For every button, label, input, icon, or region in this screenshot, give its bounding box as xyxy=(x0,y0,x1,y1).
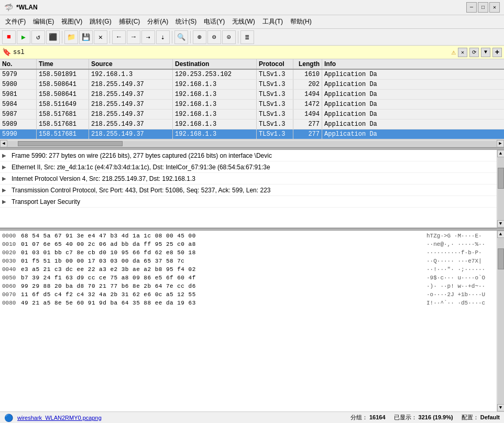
zoom-out-btn[interactable]: ⊖ xyxy=(207,30,221,44)
filter-apply-btn[interactable]: ⟳ xyxy=(469,48,479,57)
filter-add-btn[interactable]: + xyxy=(492,48,502,57)
fwd-btn[interactable]: → xyxy=(127,30,140,44)
minimize-button[interactable]: ─ xyxy=(466,2,477,13)
title-controls: ─ □ ✕ xyxy=(466,2,500,13)
list-item: 0040 e3 a5 21 c3 dc ee 22 a3 e2 3b ae a2… xyxy=(2,265,495,274)
cell-src: 218.255.149.37 xyxy=(89,90,173,99)
cell-no: 5987 xyxy=(0,110,37,119)
menu-item-y[interactable]: 电话(Y) xyxy=(201,16,228,27)
status-file[interactable]: wireshark_WLAN2RMY0.pcapng xyxy=(17,415,102,421)
sep4 xyxy=(190,31,191,44)
hex-bytes: 01 07 6e 65 40 00 2c 06 ad bb da ff 95 2… xyxy=(21,240,421,248)
expand-icon: ▶ xyxy=(2,153,9,158)
cell-src: 218.255.149.37 xyxy=(89,110,173,119)
cell-no: 5984 xyxy=(0,100,37,109)
detail-row[interactable]: ▶Transmission Control Protocol, Src Port… xyxy=(0,185,497,196)
cell-time: 158.517681 xyxy=(37,120,89,129)
goto-packet-btn[interactable]: ⇢ xyxy=(141,30,155,44)
detail-row[interactable]: ▶Internet Protocol Version 4, Src: 218.2… xyxy=(0,173,497,185)
hex-vscroll-down[interactable]: ▼ xyxy=(497,404,505,411)
list-item: 0080 49 21 a5 8e 5e 60 91 9d ba 64 35 88… xyxy=(2,299,495,307)
detail-row[interactable]: ▶Ethernet II, Src: zte_4d:1a:1c (e4:47:b… xyxy=(0,161,497,173)
cell-time: 158.517681 xyxy=(37,129,89,139)
title-bar-left: 🦈 *WLAN xyxy=(4,3,38,12)
hscroll-thumb[interactable] xyxy=(18,141,123,146)
table-row[interactable]: 5989158.517681218.255.149.37192.168.1.3T… xyxy=(0,120,504,129)
hscroll-left-btn[interactable]: ◀ xyxy=(0,140,7,147)
detail-row[interactable]: ▶Frame 5990: 277 bytes on wire (2216 bit… xyxy=(0,150,497,161)
details-vscroll-down[interactable]: ▼ xyxy=(497,220,505,227)
menu-item-g[interactable]: 跳转(G) xyxy=(86,16,114,27)
save-btn[interactable]: 💾 xyxy=(79,30,93,44)
hex-bytes: b7 39 24 f1 63 d9 cc ce 75 a8 09 86 e5 6… xyxy=(21,274,421,282)
hex-offset: 0050 xyxy=(2,274,21,282)
cell-proto: TLSv1.3 xyxy=(257,70,293,79)
details-scroll[interactable]: ▶Frame 5990: 277 bytes on wire (2216 bit… xyxy=(0,150,497,227)
filter-input[interactable] xyxy=(13,49,450,56)
table-row[interactable]: 5980158.508641218.255.149.37192.168.1.3T… xyxy=(0,80,504,90)
stop-btn2[interactable]: ⬛ xyxy=(46,30,60,44)
table-row[interactable]: 5984158.511649218.255.149.37192.168.1.3T… xyxy=(0,100,504,110)
start-capture-btn[interactable]: ▶ xyxy=(17,30,30,44)
menu-item-t[interactable]: 工具(T) xyxy=(259,16,286,27)
details-vscroll-thumb[interactable] xyxy=(498,168,504,189)
list-item: 0020 01 03 01 bb c7 8e cb d0 10 95 66 fd… xyxy=(2,248,495,257)
col-header-time: Time xyxy=(37,59,89,69)
table-row[interactable]: 5981158.508641218.255.149.37192.168.1.3T… xyxy=(0,90,504,100)
menu-item-e[interactable]: 编辑(E) xyxy=(30,16,57,27)
sep5 xyxy=(238,31,238,44)
filter-bar: 🔖 ⚠ ✕ ⟳ ▼ + xyxy=(0,46,504,59)
col-header-no: No. xyxy=(0,59,37,69)
menu-item-c[interactable]: 捕获(C) xyxy=(116,16,144,27)
status-bar: 🔵 wireshark_WLAN2RMY0.pcapng 分组： 16164 已… xyxy=(0,411,504,423)
hex-vscroll-thumb[interactable] xyxy=(498,248,504,269)
menu-item-a[interactable]: 分析(A) xyxy=(144,16,171,27)
table-row[interactable]: 5990158.517681218.255.149.37192.168.1.3T… xyxy=(0,129,504,139)
hex-offset: 0060 xyxy=(2,282,21,290)
scroll-btn[interactable]: ⇣ xyxy=(156,30,170,44)
stop-capture-btn[interactable]: ■ xyxy=(2,30,16,44)
menu-item-w[interactable]: 无线(W) xyxy=(229,16,258,27)
cell-proto: TLSv1.3 xyxy=(257,90,293,99)
filter-clear-btn[interactable]: ✕ xyxy=(458,48,467,57)
displayed-label: 已显示： 3216 (19.9%) xyxy=(394,414,453,421)
filter-save-btn[interactable]: ▼ xyxy=(481,48,490,57)
table-row[interactable]: 5987158.517681218.255.149.37192.168.1.3T… xyxy=(0,110,504,120)
hex-ascii: ·)· ··p! w··+d~·· xyxy=(426,282,495,290)
table-row[interactable]: 5979158.501891192.168.1.3120.253.253.102… xyxy=(0,70,504,80)
details-vscroll: ▲ ▼ xyxy=(497,150,504,227)
expand-icon: ▶ xyxy=(2,164,9,170)
hex-vscroll-up[interactable]: ▲ xyxy=(497,231,505,238)
zoom-fit-btn[interactable]: ⊙ xyxy=(222,30,236,44)
hex-bytes: 01 f5 51 1b 00 00 17 03 03 00 da 65 37 5… xyxy=(21,257,421,265)
zoom-in-btn[interactable]: ⊕ xyxy=(193,30,206,44)
maximize-button[interactable]: □ xyxy=(478,2,488,13)
close-file-btn[interactable]: ✕ xyxy=(94,30,107,44)
cell-dst: 192.168.1.3 xyxy=(173,110,257,119)
back-btn[interactable]: ← xyxy=(112,30,126,44)
details-vscroll-up[interactable]: ▲ xyxy=(497,150,505,157)
hex-bytes: 49 21 a5 8e 5e 60 91 9d ba 64 35 88 ee d… xyxy=(21,299,421,307)
menu-item-f[interactable]: 文件(F) xyxy=(2,16,29,27)
find-btn[interactable]: 🔍 xyxy=(174,30,188,44)
list-item: 0060 99 29 88 20 ba d8 70 21 77 b6 8e 2b… xyxy=(2,282,495,290)
cell-len: 202 xyxy=(293,80,322,89)
details-pane: ▶Frame 5990: 277 bytes on wire (2216 bit… xyxy=(0,150,504,229)
menu-bar: 文件(F)编辑(E)视图(V)跳转(G)捕获(C)分析(A)统计(S)电话(Y)… xyxy=(0,15,504,29)
list-item: 0010 01 07 6e 65 40 00 2c 06 ad bb da ff… xyxy=(2,240,495,248)
packet-list-scroll[interactable]: 5979158.501891192.168.1.3120.253.253.102… xyxy=(0,70,504,139)
open-btn[interactable]: 📁 xyxy=(64,30,78,44)
details-vscroll-track xyxy=(498,157,504,220)
detail-row[interactable]: ▶Transport Layer Security xyxy=(0,196,497,208)
hscroll-right-btn[interactable]: ▶ xyxy=(497,140,504,147)
restart-btn[interactable]: ↺ xyxy=(31,30,45,44)
menu-item-s[interactable]: 统计(S) xyxy=(172,16,200,27)
hex-scroll[interactable]: 0000 68 54 5a 67 91 3e e4 47 b3 4d 1a 1c… xyxy=(0,231,497,411)
hscroll-track xyxy=(7,141,497,146)
menu-item-v[interactable]: 视图(V) xyxy=(58,16,85,27)
list-item: 0030 01 f5 51 1b 00 00 17 03 03 00 da 65… xyxy=(2,257,495,265)
col-pref-btn[interactable]: ≣ xyxy=(240,30,254,44)
close-button[interactable]: ✕ xyxy=(489,2,500,13)
menu-item-h[interactable]: 帮助(H) xyxy=(287,16,315,27)
detail-text: Transmission Control Protocol, Src Port:… xyxy=(12,187,270,194)
